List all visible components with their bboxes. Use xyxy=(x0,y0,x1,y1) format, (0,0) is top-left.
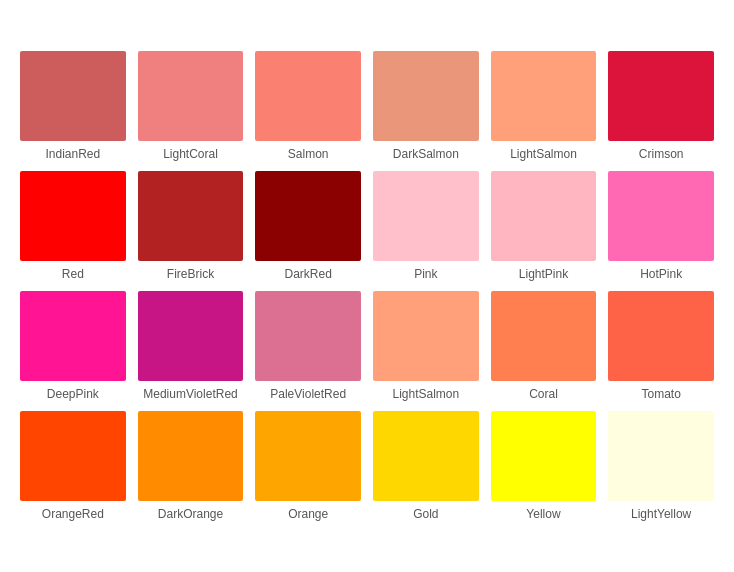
color-swatch xyxy=(20,411,126,501)
color-label: DarkSalmon xyxy=(393,147,459,161)
color-item[interactable]: Coral xyxy=(491,291,597,401)
color-grid: IndianRedLightCoralSalmonDarkSalmonLight… xyxy=(20,51,714,520)
color-label: Salmon xyxy=(288,147,329,161)
color-item[interactable]: LightSalmon xyxy=(491,51,597,161)
color-label: MediumVioletRed xyxy=(143,387,238,401)
color-item[interactable]: HotPink xyxy=(608,171,714,281)
color-item[interactable]: LightCoral xyxy=(138,51,244,161)
color-item[interactable]: DarkSalmon xyxy=(373,51,479,161)
color-swatch xyxy=(608,171,714,261)
color-label: Tomato xyxy=(641,387,680,401)
color-swatch xyxy=(491,291,597,381)
color-label: DarkOrange xyxy=(158,507,223,521)
color-label: Orange xyxy=(288,507,328,521)
color-label: IndianRed xyxy=(45,147,100,161)
color-swatch xyxy=(255,291,361,381)
color-swatch xyxy=(138,51,244,141)
color-swatch xyxy=(138,411,244,501)
color-item[interactable]: LightYellow xyxy=(608,411,714,521)
color-label: Pink xyxy=(414,267,437,281)
color-item[interactable]: DeepPink xyxy=(20,291,126,401)
color-item[interactable]: Pink xyxy=(373,171,479,281)
color-label: Gold xyxy=(413,507,438,521)
color-label: Red xyxy=(62,267,84,281)
color-item[interactable]: LightSalmon xyxy=(373,291,479,401)
color-label: OrangeRed xyxy=(42,507,104,521)
color-item[interactable]: PaleVioletRed xyxy=(255,291,361,401)
color-item[interactable]: Salmon xyxy=(255,51,361,161)
color-swatch xyxy=(373,411,479,501)
color-swatch xyxy=(373,291,479,381)
color-swatch xyxy=(373,51,479,141)
color-swatch xyxy=(255,411,361,501)
color-item[interactable]: Orange xyxy=(255,411,361,521)
color-item[interactable]: FireBrick xyxy=(138,171,244,281)
color-label: LightYellow xyxy=(631,507,691,521)
color-swatch xyxy=(608,411,714,501)
color-item[interactable]: Red xyxy=(20,171,126,281)
color-item[interactable]: LightPink xyxy=(491,171,597,281)
color-label: LightPink xyxy=(519,267,568,281)
color-swatch xyxy=(138,171,244,261)
color-label: FireBrick xyxy=(167,267,214,281)
color-label: DeepPink xyxy=(47,387,99,401)
color-swatch xyxy=(373,171,479,261)
color-label: HotPink xyxy=(640,267,682,281)
color-item[interactable]: IndianRed xyxy=(20,51,126,161)
color-swatch xyxy=(20,51,126,141)
color-item[interactable]: Crimson xyxy=(608,51,714,161)
color-label: Yellow xyxy=(526,507,560,521)
color-swatch xyxy=(491,51,597,141)
color-item[interactable]: DarkRed xyxy=(255,171,361,281)
color-item[interactable]: OrangeRed xyxy=(20,411,126,521)
color-swatch xyxy=(608,291,714,381)
color-label: LightSalmon xyxy=(392,387,459,401)
color-swatch xyxy=(20,291,126,381)
color-swatch xyxy=(20,171,126,261)
color-label: Crimson xyxy=(639,147,684,161)
color-swatch xyxy=(255,51,361,141)
color-item[interactable]: MediumVioletRed xyxy=(138,291,244,401)
color-swatch xyxy=(608,51,714,141)
color-label: LightCoral xyxy=(163,147,218,161)
color-swatch xyxy=(491,171,597,261)
color-item[interactable]: Yellow xyxy=(491,411,597,521)
color-item[interactable]: Tomato xyxy=(608,291,714,401)
color-swatch xyxy=(255,171,361,261)
color-swatch xyxy=(138,291,244,381)
color-label: DarkRed xyxy=(284,267,331,281)
color-label: PaleVioletRed xyxy=(270,387,346,401)
color-label: LightSalmon xyxy=(510,147,577,161)
color-item[interactable]: Gold xyxy=(373,411,479,521)
color-label: Coral xyxy=(529,387,558,401)
color-swatch xyxy=(491,411,597,501)
color-item[interactable]: DarkOrange xyxy=(138,411,244,521)
